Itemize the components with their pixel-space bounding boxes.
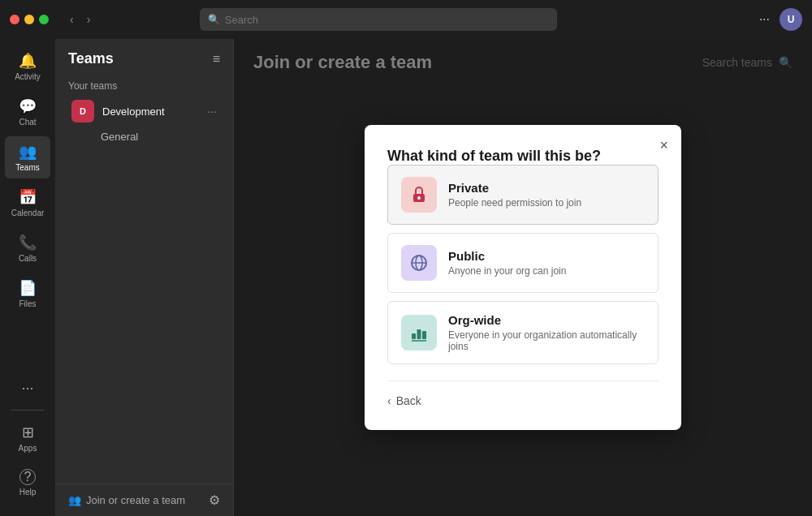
- dialog-footer: ‹ Back: [387, 381, 659, 407]
- sidebar-item-label-activity: Activity: [15, 72, 41, 81]
- calls-icon: 📞: [19, 234, 37, 252]
- app-layout: 🔔 Activity 💬 Chat 👥 Teams 📅 Calendar 📞 C…: [0, 39, 812, 516]
- team-item-development[interactable]: D Development ···: [58, 95, 230, 127]
- your-teams-label: Your teams: [55, 74, 233, 95]
- traffic-lights: [10, 15, 49, 24]
- sidebar-nav: 🔔 Activity 💬 Chat 👥 Teams 📅 Calendar 📞 C…: [0, 39, 55, 516]
- private-type-desc: People need permission to join: [448, 197, 581, 209]
- org-wide-type-info: Org-wide Everyone in your organization a…: [448, 313, 645, 352]
- activity-icon: 🔔: [19, 52, 37, 70]
- team-type-private[interactable]: Private People need permission to join: [387, 165, 659, 225]
- titlebar-right: ··· U: [759, 8, 802, 31]
- sidebar-item-label-help: Help: [19, 488, 37, 497]
- team-type-org-wide[interactable]: Org-wide Everyone in your organization a…: [387, 301, 659, 364]
- public-type-name: Public: [448, 249, 566, 263]
- avatar[interactable]: U: [780, 8, 802, 31]
- team-more-icon[interactable]: ···: [207, 105, 217, 118]
- sidebar-item-label-calls: Calls: [19, 254, 37, 263]
- public-type-icon: [401, 245, 437, 281]
- nav-arrows: ‹ ›: [65, 11, 95, 28]
- teams-panel: Teams ≡ Your teams D Development ··· Gen…: [55, 39, 234, 516]
- join-or-create-team-button[interactable]: 👥 Join or create a team: [68, 494, 185, 506]
- sidebar-item-chat[interactable]: 💬 Chat: [5, 91, 50, 133]
- svg-rect-5: [412, 333, 416, 339]
- sidebar-bottom: ··· ⊞ Apps ? Help: [5, 373, 50, 510]
- team-type-dialog: What kind of team will this be? × Privat…: [365, 125, 681, 430]
- more-icon: ···: [21, 380, 33, 397]
- sidebar-item-calls[interactable]: 📞 Calls: [5, 227, 50, 269]
- public-type-desc: Anyone in your org can join: [448, 265, 566, 277]
- sidebar-item-label-calendar: Calendar: [11, 209, 45, 217]
- forward-arrow[interactable]: ›: [82, 11, 96, 28]
- sidebar-item-label-files: Files: [19, 299, 36, 308]
- team-avatar-development: D: [71, 100, 94, 123]
- sidebar-item-apps[interactable]: ⊞ Apps: [5, 417, 50, 459]
- teams-panel-menu-icon[interactable]: ≡: [213, 52, 220, 67]
- join-create-label: Join or create a team: [86, 494, 185, 506]
- team-name-development: Development: [102, 105, 199, 118]
- apps-icon: ⊞: [22, 424, 34, 441]
- calendar-icon: 📅: [19, 188, 37, 206]
- sidebar-item-label-chat: Chat: [19, 118, 36, 127]
- org-wide-type-name: Org-wide: [448, 313, 645, 327]
- team-type-public[interactable]: Public Anyone in your org can join: [387, 233, 659, 293]
- more-options-button[interactable]: ···: [759, 12, 770, 27]
- join-create-icon: 👥: [68, 494, 81, 506]
- back-arrow[interactable]: ‹: [65, 11, 79, 28]
- sidebar-item-calendar[interactable]: 📅 Calendar: [5, 182, 50, 224]
- sidebar-item-activity[interactable]: 🔔 Activity: [5, 45, 50, 88]
- back-chevron-icon: ‹: [387, 394, 391, 407]
- sidebar-item-label-apps: Apps: [19, 444, 37, 453]
- teams-panel-footer: 👥 Join or create a team ⚙: [55, 484, 233, 516]
- back-button[interactable]: ‹ Back: [387, 394, 421, 407]
- global-search-bar[interactable]: 🔍: [200, 8, 557, 31]
- sidebar-item-help[interactable]: ? Help: [5, 462, 50, 503]
- org-wide-type-icon: [401, 315, 437, 350]
- svg-rect-6: [417, 329, 421, 339]
- dialog-close-button[interactable]: ×: [659, 138, 668, 153]
- minimize-button[interactable]: [24, 15, 34, 24]
- team-channel-general[interactable]: General: [55, 127, 233, 146]
- chat-icon: 💬: [19, 97, 37, 115]
- sidebar-item-files[interactable]: 📄 Files: [5, 273, 50, 315]
- org-wide-type-desc: Everyone in your organization automatica…: [448, 329, 645, 352]
- settings-icon[interactable]: ⚙: [209, 492, 220, 508]
- help-icon: ?: [19, 469, 36, 485]
- sidebar-item-label-teams: Teams: [15, 163, 39, 172]
- private-type-icon: [401, 177, 437, 213]
- private-type-info: Private People need permission to join: [448, 181, 581, 209]
- sidebar-item-more[interactable]: ···: [5, 373, 50, 403]
- teams-panel-title: Teams: [68, 50, 114, 67]
- svg-rect-7: [422, 331, 426, 339]
- teams-icon: 👥: [19, 143, 37, 161]
- public-type-info: Public Anyone in your org can join: [448, 249, 566, 277]
- sidebar-item-teams[interactable]: 👥 Teams: [5, 136, 50, 178]
- modal-overlay: What kind of team will this be? × Privat…: [234, 39, 812, 516]
- maximize-button[interactable]: [39, 15, 49, 24]
- main-content: Join or create a team Search teams 🔍 Wha…: [234, 39, 812, 516]
- teams-panel-header: Teams ≡: [55, 39, 233, 74]
- back-label: Back: [396, 394, 421, 407]
- close-button[interactable]: [10, 15, 19, 24]
- search-icon: 🔍: [208, 14, 220, 25]
- titlebar: ‹ › 🔍 ··· U: [0, 0, 812, 39]
- svg-point-1: [417, 196, 421, 200]
- private-type-name: Private: [448, 181, 581, 195]
- dialog-title: What kind of team will this be?: [387, 148, 601, 164]
- search-input[interactable]: [225, 14, 549, 26]
- files-icon: 📄: [19, 279, 37, 297]
